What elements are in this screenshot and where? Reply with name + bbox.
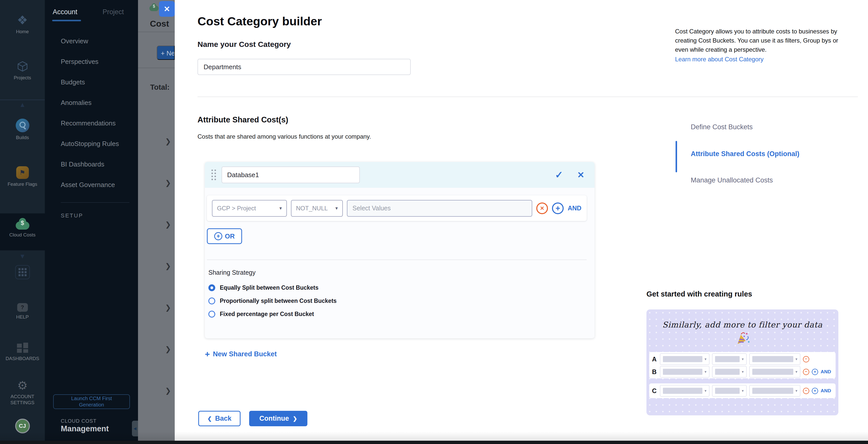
sidebar-item-asset-governance[interactable]: Asset Governance: [45, 175, 138, 195]
setup-section[interactable]: SETUP: [61, 212, 83, 219]
caret-down-icon: ▾: [795, 388, 797, 393]
row-expand-icon[interactable]: ❯: [165, 345, 171, 353]
nav-home[interactable]: ❖ Home: [0, 14, 45, 35]
continue-button[interactable]: Continue ❯: [249, 411, 307, 426]
rule-row-a: A ▾ ▾ ▾ −: [651, 353, 834, 365]
bucket-header: ✓ ✕: [205, 162, 594, 188]
sharing-radio[interactable]: [208, 311, 215, 318]
new-cost-category-button[interactable]: + Ne: [157, 46, 175, 60]
shared-costs-heading: Attribute Shared Cost(s): [197, 115, 288, 124]
rule-row-b: B ▾ ▾ ▾ − + AND: [651, 366, 834, 378]
module-sidebar: Account Project Overview Perspectives Bu…: [45, 0, 138, 444]
row-expand-icon[interactable]: ❯: [165, 179, 171, 187]
shared-bucket-card: ✓ ✕ GCP > Project ▾ NOT_NULL ▾ ✕ +: [205, 162, 594, 338]
nav-projects[interactable]: Projects: [0, 60, 45, 81]
add-row-icon: +: [812, 369, 818, 375]
party-popper-icon: [736, 331, 750, 346]
global-nav-rail: ❖ Home Projects ▲ Builds ⚑ Feature Flags…: [0, 0, 45, 444]
add-or-condition-button[interactable]: + OR: [207, 228, 242, 244]
bucket-name-input[interactable]: [222, 167, 360, 183]
nav-cloud-costs[interactable]: $ Cloud Costs: [0, 217, 45, 238]
radio-option-proportional-split[interactable]: Proportionally split between Cost Bucket…: [208, 294, 337, 307]
tab-project[interactable]: Project: [102, 8, 124, 16]
sidebar-item-bi-dashboards[interactable]: BI Dashboards: [45, 154, 138, 175]
remove-bucket-icon[interactable]: ✕: [577, 170, 585, 180]
cloud-costs-icon: $: [16, 221, 29, 230]
module-grid-icon[interactable]: [15, 265, 30, 279]
sidebar-item-autostopping-rules[interactable]: AutoStopping Rules: [45, 134, 138, 154]
confirm-bucket-icon[interactable]: ✓: [555, 169, 563, 180]
sharing-radio[interactable]: [208, 284, 215, 291]
tab-account[interactable]: Account: [53, 8, 78, 16]
nav-builds[interactable]: Builds: [0, 119, 45, 141]
divider: [138, 32, 175, 32]
total-label: Total:: [150, 83, 169, 91]
values-input[interactable]: [347, 200, 532, 217]
new-shared-bucket-button[interactable]: + New Shared Bucket: [205, 350, 277, 358]
bucket-body: GCP > Project ▾ NOT_NULL ▾ ✕ + AND + OR: [205, 188, 594, 338]
background-page: $ Cost + Ne Total: ❯ ❯ ❯ ❯ ❯ ❯ ❯: [138, 0, 175, 444]
dashboards-icon: [17, 343, 28, 353]
placeholder-select: ▾: [749, 366, 800, 378]
sidebar-item-budgets[interactable]: Budgets: [45, 72, 138, 92]
get-started-heading: Get started with creating rules: [646, 290, 752, 298]
section-divider: [197, 96, 858, 97]
caret-down-icon: ▾: [742, 388, 744, 393]
info-panel: Cost Category allows you to attribute co…: [675, 27, 845, 64]
row-expand-icon[interactable]: ❯: [165, 262, 171, 270]
tab-active-underline: [52, 20, 81, 21]
nav-account-settings[interactable]: ⚙ ACCOUNT SETTINGS: [0, 380, 45, 406]
row-expand-icon[interactable]: ❯: [165, 303, 171, 312]
sidebar-item-overview[interactable]: Overview: [45, 31, 138, 52]
caret-down-icon: ▾: [795, 357, 797, 361]
and-label[interactable]: AND: [568, 205, 581, 212]
launch-ccm-first-gen-button[interactable]: Launch CCM First Generation: [53, 394, 130, 409]
drag-handle-icon[interactable]: [211, 170, 216, 180]
remove-row-icon: −: [803, 388, 809, 394]
shared-costs-description: Costs that are shared among various func…: [197, 133, 371, 140]
placeholder-select: ▾: [712, 366, 747, 378]
operator-select[interactable]: NOT_NULL ▾: [291, 200, 343, 217]
radio-option-fixed-percentage[interactable]: Fixed percentage per Cost Bucket: [208, 307, 337, 321]
sidebar-item-perspectives[interactable]: Perspectives: [45, 52, 138, 72]
radio-option-equally-split[interactable]: Equally Split between Cost Buckets: [208, 281, 337, 294]
sidebar-item-recommendations[interactable]: Recommendations: [45, 113, 138, 134]
sharing-strategy-label: Sharing Strategy: [208, 269, 255, 276]
sidebar-item-anomalies[interactable]: Anomalies: [45, 92, 138, 113]
help-chat-icon: ?: [17, 303, 28, 312]
learn-more-link[interactable]: Learn more about Cost Category: [675, 55, 764, 64]
home-icon: ❖: [17, 14, 28, 26]
row-expand-icon[interactable]: ❯: [165, 386, 171, 395]
scroll-up-icon[interactable]: ▲: [0, 101, 45, 109]
nav-divider: [0, 99, 45, 100]
step-manage-unallocated-costs[interactable]: Manage Unallocated Costs: [691, 176, 773, 184]
nav-dashboards[interactable]: DASHBOARDS: [0, 343, 45, 362]
cloud-costs-page-icon: $: [149, 6, 158, 11]
module-menu: Overview Perspectives Budgets Anomalies …: [45, 31, 138, 195]
remove-condition-icon[interactable]: ✕: [536, 203, 548, 214]
sharing-radio[interactable]: [208, 298, 215, 304]
caret-down-icon: ▾: [742, 369, 744, 374]
step-attribute-shared-costs[interactable]: Attribute Shared Costs (Optional): [691, 150, 799, 158]
user-menu[interactable]: CJ: [0, 419, 45, 433]
caret-down-icon: ▾: [705, 388, 707, 393]
cost-category-builder-drawer: Cost Category builder Name your Cost Cat…: [175, 0, 868, 444]
chevron-left-icon: ❮: [207, 416, 212, 422]
row-expand-icon[interactable]: ❯: [165, 220, 171, 229]
nav-help[interactable]: ? HELP: [0, 303, 45, 320]
row-expand-icon[interactable]: ❯: [165, 137, 171, 145]
builds-icon: [16, 119, 29, 132]
card-divider: [207, 260, 587, 260]
drawer-close-button[interactable]: ✕: [159, 1, 175, 17]
back-button[interactable]: ❮ Back: [198, 411, 241, 426]
step-define-cost-buckets[interactable]: Define Cost Buckets: [691, 123, 753, 131]
field-select[interactable]: GCP > Project ▾: [212, 200, 287, 217]
window-bottom-edge: [0, 441, 868, 444]
scroll-down-icon[interactable]: ▼: [0, 253, 45, 260]
add-and-condition-icon[interactable]: +: [552, 203, 564, 214]
nav-feature-flags[interactable]: ⚑ Feature Flags: [0, 166, 45, 187]
cost-category-name-input[interactable]: [197, 59, 411, 75]
placeholder-select: ▾: [660, 385, 710, 396]
remove-row-icon: −: [803, 369, 809, 375]
avatar[interactable]: CJ: [15, 419, 30, 433]
